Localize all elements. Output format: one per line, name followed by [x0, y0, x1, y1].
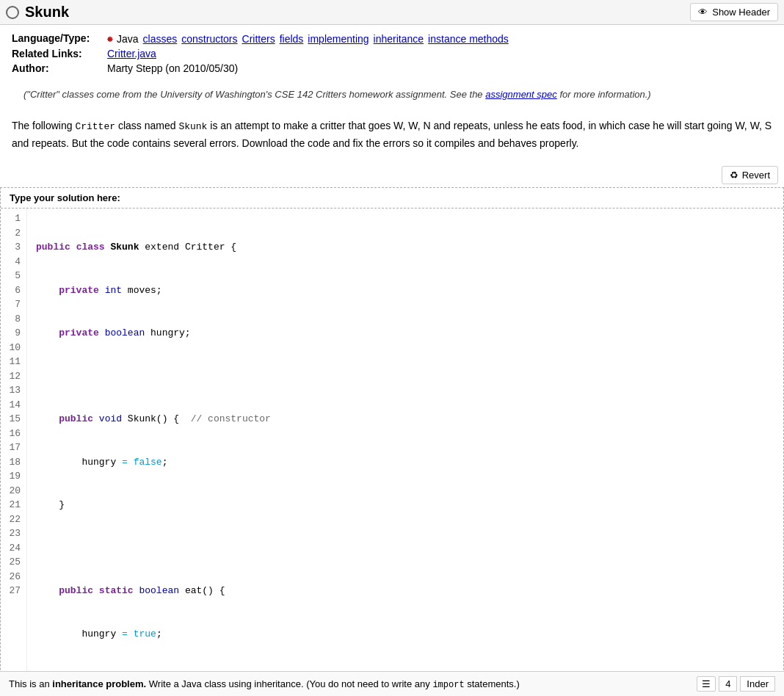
bottom-prefix: This is an	[9, 678, 50, 689]
note-end: for more information.)	[559, 89, 650, 100]
show-header-label: Show Header	[712, 7, 770, 18]
show-header-button[interactable]: 👁 Show Header	[690, 3, 778, 21]
metadata-section: Language/Type: ⎈ Java classes constructo…	[0, 25, 784, 81]
language-text: Java	[117, 33, 139, 45]
bottom-middle: Write a Java class using inheritance. (Y…	[149, 678, 433, 689]
implementing-link[interactable]: implementing	[308, 33, 369, 45]
fields-link[interactable]: fields	[280, 33, 304, 45]
top-bar: Skunk 👁 Show Header	[0, 0, 784, 25]
bottom-bar-text: This is an inheritance problem. Write a …	[9, 678, 688, 690]
bottom-bold: inheritance problem.	[52, 678, 146, 689]
critter-java-link[interactable]: Critter.java	[107, 48, 156, 59]
bottom-bar: This is an inheritance problem. Write a …	[0, 671, 784, 696]
bottom-end: statements.)	[467, 678, 520, 689]
page-number: 4	[719, 676, 737, 692]
skunk-code: Skunk	[178, 121, 207, 132]
revert-icon: ♻	[730, 170, 738, 181]
classes-link[interactable]: classes	[143, 33, 178, 45]
author-label: Author:	[12, 62, 107, 74]
related-label: Related Links:	[12, 48, 107, 59]
author-value: Marty Stepp (on 2010/05/30)	[107, 62, 238, 74]
line-numbers: 12345 678910 1112131415 1617181920 21222…	[1, 209, 27, 696]
title-circle	[6, 6, 19, 19]
note-prefix: ("Critter" classes come from the Univers…	[23, 89, 483, 100]
indent-button[interactable]: Inder	[740, 676, 775, 692]
list-icon-button[interactable]: ☰	[697, 676, 716, 692]
list-icon: ☰	[702, 678, 711, 689]
description-text: The following Critter class named Skunk …	[12, 117, 772, 151]
description-section: The following Critter class named Skunk …	[0, 112, 784, 163]
eye-icon: 👁	[698, 7, 708, 18]
related-row: Related Links: Critter.java	[12, 48, 772, 59]
assignment-spec-link[interactable]: assignment spec	[485, 89, 557, 100]
author-row: Author: Marty Stepp (on 2010/05/30)	[12, 62, 772, 74]
inheritance-link[interactable]: inheritance	[374, 33, 424, 45]
java-icon: ⎈	[107, 34, 112, 44]
critters-link[interactable]: Critters	[242, 33, 275, 45]
title-area: Skunk	[6, 4, 69, 21]
page-title: Skunk	[25, 4, 69, 21]
instance-methods-link[interactable]: instance methods	[428, 33, 509, 45]
revert-button[interactable]: ♻ Revert	[722, 166, 778, 184]
related-value: Critter.java	[107, 48, 156, 59]
code-content[interactable]: public class Skunk extend Critter { priv…	[27, 209, 783, 696]
import-code: import	[432, 680, 464, 690]
language-label: Language/Type:	[12, 32, 107, 44]
constructors-link[interactable]: constructors	[181, 33, 237, 45]
revert-area: ♻ Revert	[0, 163, 784, 187]
revert-label: Revert	[742, 170, 770, 181]
code-section-header: Type your solution here:	[1, 188, 783, 209]
language-row: Language/Type: ⎈ Java classes constructo…	[12, 32, 772, 45]
language-value: ⎈ Java classes constructors Critters fie…	[107, 33, 509, 45]
code-section: Type your solution here: 12345 678910 11…	[0, 187, 784, 696]
assignment-note: ("Critter" classes come from the Univers…	[23, 89, 772, 100]
critter-code: Critter	[75, 121, 115, 132]
code-area[interactable]: 12345 678910 1112131415 1617181920 21222…	[1, 209, 783, 696]
bottom-controls: ☰ 4 Inder	[697, 676, 775, 692]
